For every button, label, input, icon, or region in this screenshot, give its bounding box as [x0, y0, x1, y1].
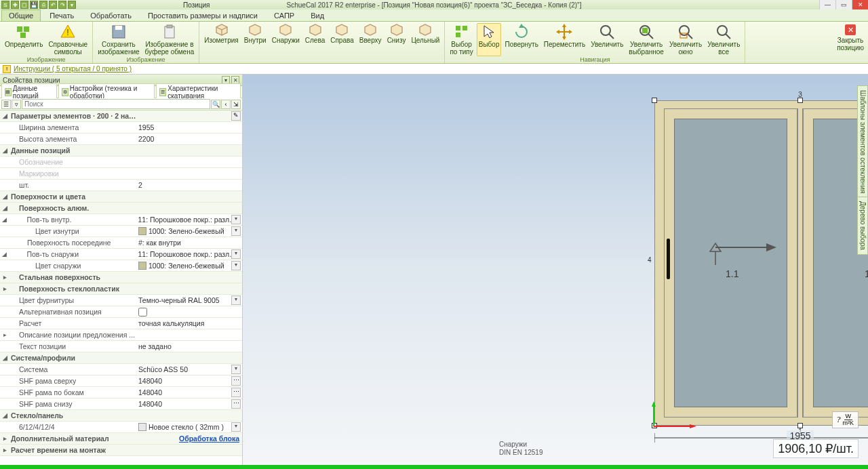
clipboard-image-button[interactable]: Изображение в буфере обмена: [143, 23, 197, 56]
chevron-left-icon[interactable]: ‹: [221, 100, 231, 109]
window-element[interactable]: 1.1 1.2 3 4 2 1: [654, 100, 868, 426]
bottom-button[interactable]: Снизу: [385, 23, 408, 45]
surf-out-value[interactable]: 11: Порошковое покр.: разл...: [136, 250, 231, 258]
shf-bot-value[interactable]: 148040: [137, 400, 231, 408]
drawing-canvas[interactable]: 1.1 1.2 3 4 2 1: [243, 75, 868, 465]
dropdown-icon[interactable]: ▾: [231, 226, 241, 236]
zoom-selection-button[interactable]: Увеличить выбранное: [627, 23, 666, 56]
tab-cad[interactable]: САПР: [267, 9, 302, 21]
ref-symbols-button[interactable]: !Справочные символы: [46, 23, 90, 56]
close-window-button[interactable]: ✕: [852, 0, 868, 9]
info-bar[interactable]: ! Инструкции ( 5 открытая / 0 принято ): [0, 64, 868, 75]
iso-button[interactable]: Изометрия: [202, 23, 240, 45]
qat-new-icon[interactable]: ✚: [11, 1, 19, 9]
shf-side-value[interactable]: 148040: [137, 388, 231, 396]
text-value[interactable]: не задано: [137, 342, 242, 350]
group-steel[interactable]: Стальная поверхность: [9, 273, 137, 281]
filter-icon[interactable]: ☰: [1, 100, 11, 109]
tab-general[interactable]: Общие: [1, 9, 41, 21]
group-posdata[interactable]: Данные позиций: [9, 146, 137, 155]
col-in-value[interactable]: 1000: Зелено-бежевый: [137, 227, 231, 235]
u-value-badge[interactable]: ? Wm²K: [832, 411, 859, 428]
dropdown-icon[interactable]: ▾: [231, 295, 241, 305]
sys-value[interactable]: Schüco ASS 50: [137, 365, 231, 373]
node[interactable]: [797, 98, 803, 103]
block-processing-link[interactable]: Обработка блока: [179, 434, 239, 443]
define-button[interactable]: Определить: [3, 23, 45, 56]
desc-label[interactable]: Описание позиции предложения ...: [9, 331, 137, 339]
side-tab-glazing-templates[interactable]: Шаблоны элементов остекления: [857, 85, 868, 198]
dropdown-icon[interactable]: ▾: [231, 249, 241, 259]
zoom-button[interactable]: Увеличить: [589, 23, 625, 56]
right-button[interactable]: Справа: [328, 23, 356, 45]
height-value[interactable]: 2200: [137, 135, 242, 143]
zoom-window-button[interactable]: Увеличить окно: [667, 23, 704, 56]
side-tab-selection-tree[interactable]: Дерево выбора: [857, 197, 868, 255]
action-icon[interactable]: ⋯: [231, 388, 241, 397]
group-additional[interactable]: Дополнительный материал: [9, 434, 137, 443]
select-by-type-button[interactable]: Выбор по типу: [448, 23, 475, 56]
height-label: Высота элемента: [9, 135, 137, 143]
left-button[interactable]: Слева: [303, 23, 327, 45]
maximize-button[interactable]: ▭: [835, 0, 852, 9]
tab-process[interactable]: Обработать: [83, 9, 139, 21]
action-icon[interactable]: ⋯: [231, 376, 241, 386]
qat-save-icon[interactable]: 💾: [30, 1, 38, 9]
left-sash[interactable]: 1.1: [664, 108, 797, 417]
rotate-button[interactable]: Повернуть: [502, 23, 540, 56]
width-value[interactable]: 1955: [137, 123, 242, 131]
node[interactable]: [652, 98, 657, 103]
svg-marker-17: [365, 24, 376, 35]
pencil-icon[interactable]: ✎: [231, 111, 241, 121]
group-alum[interactable]: Поверхность алюм.: [9, 204, 137, 212]
shf-top-value[interactable]: 148040: [137, 377, 231, 385]
outside-button[interactable]: Снаружи: [270, 23, 302, 45]
surf-in-value[interactable]: 11: Порошковое покр.: разл...: [136, 216, 231, 224]
whole-button[interactable]: Цельный: [409, 23, 441, 45]
qat-more-icon[interactable]: ▾: [68, 1, 76, 9]
qat-open-icon[interactable]: ▢: [20, 1, 28, 9]
qat-undo-icon[interactable]: ↶: [49, 1, 57, 9]
tab-dimensions[interactable]: Проставить размеры и надписи: [140, 9, 265, 21]
dropdown-icon[interactable]: ▾: [231, 215, 241, 224]
qat-app-icon[interactable]: S: [1, 1, 9, 9]
qty-value[interactable]: 2: [137, 181, 242, 189]
inside-button[interactable]: Внутри: [242, 23, 269, 45]
furn-col-value[interactable]: Темно-черный RAL 9005: [137, 296, 231, 304]
group-label: Навигация: [580, 56, 610, 64]
properties-grid[interactable]: ◢Параметры элементов · 200 · 2 направляю…: [0, 110, 242, 465]
save-image-button[interactable]: Сохранить изображение: [96, 23, 141, 56]
dropdown-icon[interactable]: ▾: [231, 365, 241, 374]
dropdown-icon[interactable]: ▾: [231, 422, 241, 432]
search-input[interactable]: [22, 99, 210, 109]
group-system[interactable]: Система/профили: [9, 354, 137, 362]
top-button[interactable]: Вверху: [357, 23, 384, 45]
calc-value[interactable]: точная калькуляция: [137, 319, 242, 327]
ribbon-group-image1: Определить !Справочные символы Изображен…: [0, 22, 93, 63]
tab-print[interactable]: Печать: [42, 9, 81, 21]
select-button[interactable]: Выбор: [477, 23, 502, 56]
group-params[interactable]: Параметры элементов · 200 · 2 направляющ…: [9, 112, 137, 120]
svg-line-35: [688, 34, 692, 39]
zoom-all-button[interactable]: Увеличить все: [705, 23, 742, 56]
alt-pos-checkbox[interactable]: [137, 308, 242, 317]
group-frp[interactable]: Поверхность стеклопластик: [9, 285, 137, 293]
move-button[interactable]: Переместить: [542, 23, 587, 56]
group-surfaces[interactable]: Поверхности и цвета: [9, 192, 137, 201]
expand-icon[interactable]: ⇲: [231, 100, 241, 109]
qat-redo-icon[interactable]: ↷: [58, 1, 66, 9]
title-bar: S ✚ ▢ 💾 ⎙ ↶ ↷ ▾ Позиция SchueCal 2017 R2…: [0, 0, 868, 9]
dropdown-icon[interactable]: ▾: [231, 261, 241, 270]
glass-value[interactable]: Новое стекло ( 32mm ): [137, 423, 231, 431]
close-position-button[interactable]: ✕ Закрыть позицию: [837, 24, 864, 52]
minimize-button[interactable]: —: [819, 0, 835, 9]
col-out-value[interactable]: 1000: Зелено-бежевый: [137, 262, 231, 270]
funnel-icon[interactable]: ▿: [12, 100, 21, 109]
surf-mid-value[interactable]: #: как внутри: [137, 239, 242, 247]
group-glass[interactable]: Стекло/панель: [9, 411, 137, 420]
qat-print-icon[interactable]: ⎙: [39, 1, 47, 9]
group-install-time[interactable]: Расчет времени на монтаж: [9, 446, 137, 454]
tab-view[interactable]: Вид: [303, 9, 332, 21]
action-icon[interactable]: ⋯: [231, 399, 241, 409]
search-icon[interactable]: 🔍: [211, 100, 220, 109]
